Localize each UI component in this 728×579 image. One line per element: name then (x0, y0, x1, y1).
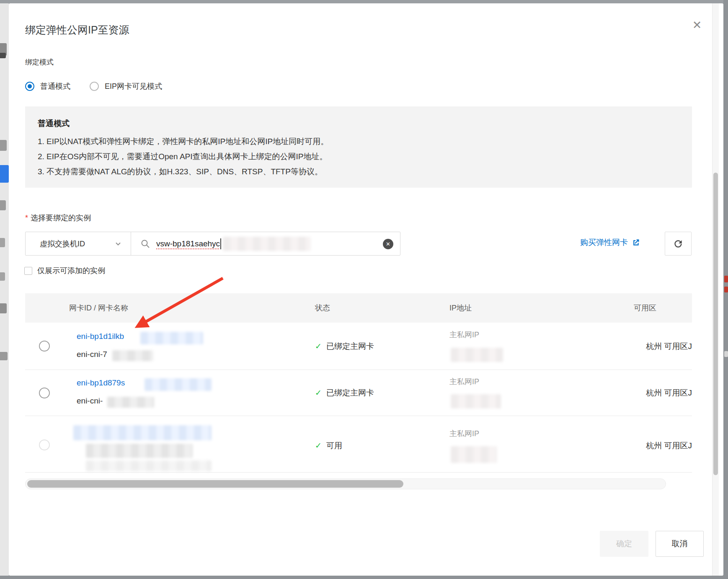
show-addable-filter: 仅展示可添加的实例 (24, 266, 105, 276)
binding-mode-radio-group: 普通模式 EIP网卡可见模式 (25, 81, 176, 91)
radio-eip-visible-mode-label: EIP网卡可见模式 (105, 81, 162, 91)
zone-cell: 杭州 可用区J (646, 388, 692, 398)
search-input-value: vsw-bp181saehyc (156, 239, 220, 248)
ip-type-label: 主私网IP (449, 377, 479, 387)
table-row[interactable]: eni-bp1d879s eni-cni- ✓已绑定主网卡 主私网IP 杭州 可… (25, 370, 692, 416)
mode-description-title: 普通模式 (38, 118, 679, 129)
status-cell: ✓已绑定主网卡 (315, 388, 374, 398)
required-asterisk: * (25, 214, 28, 222)
redacted-eni-id (140, 332, 203, 344)
buy-eni-link-label: 购买弹性网卡 (580, 237, 628, 248)
background-fragment (0, 238, 5, 247)
table-row[interactable]: eni-bp1d1ilkb eni-cni-7 ✓已绑定主网卡 主私网IP 杭州… (25, 323, 692, 370)
redacted-eni-id (73, 425, 212, 440)
column-header-eni-id: 网卡ID / 网卡名称 (69, 303, 128, 313)
radio-eip-visible-mode[interactable] (90, 82, 99, 91)
redacted-eni-name (86, 444, 193, 458)
column-header-ip: IP地址 (449, 303, 472, 313)
redacted-ip-address (451, 348, 503, 362)
background-fragment (0, 165, 9, 183)
status-ok-icon: ✓ (315, 441, 322, 450)
redacted-eni-id (145, 378, 212, 391)
instance-search-combo: 虚拟交换机ID vsw-bp181saehyc ✕ (25, 232, 400, 256)
table-horizontal-scrollbar[interactable] (25, 478, 666, 489)
background-page-left-edge (0, 3, 9, 576)
screen: 绑定弹性公网IP至资源 ✕ 绑定模式 普通模式 EIP网卡可见模式 普通模式 1… (0, 0, 728, 579)
background-fragment (0, 53, 6, 58)
eni-name: eni-cni-7 (77, 350, 107, 359)
table-header: 网卡ID / 网卡名称 状态 IP地址 可用区 (25, 293, 692, 323)
search-icon (140, 239, 150, 249)
background-fragment (724, 287, 728, 292)
table-row[interactable]: ✓可用 主私网IP 杭州 可用区J (25, 416, 692, 473)
background-fragment (724, 351, 728, 357)
status-ok-icon: ✓ (315, 342, 322, 351)
background-fragment (724, 276, 728, 282)
background-page-top-edge (0, 0, 728, 3)
redacted-eni-extra (86, 460, 212, 471)
status-ok-icon: ✓ (315, 388, 322, 397)
eni-id-link[interactable]: eni-bp1d879s (77, 378, 125, 388)
redacted-search-text (223, 237, 311, 251)
redacted-ip-address (451, 446, 497, 463)
search-type-value: 虚拟交换机ID (40, 239, 85, 249)
dialog-vertical-scrollbar[interactable] (712, 3, 719, 576)
select-instance-label-row: *选择要绑定的实例 (25, 213, 91, 223)
vertical-scrollbar-thumb[interactable] (713, 173, 718, 475)
radio-normal-mode-label: 普通模式 (40, 81, 70, 91)
ip-type-label: 主私网IP (449, 429, 479, 439)
redacted-ip-address (451, 394, 501, 408)
mode-description-line: 1. EIP以NAT模式和弹性网卡绑定，弹性网卡的私网IP地址和公网IP地址同时… (38, 134, 679, 149)
show-addable-label: 仅展示可添加的实例 (37, 266, 105, 276)
eni-id-link[interactable]: eni-bp1d1ilkb (77, 332, 124, 341)
horizontal-scrollbar-thumb[interactable] (27, 480, 403, 488)
column-header-zone: 可用区 (634, 303, 656, 313)
zone-cell: 杭州 可用区J (646, 440, 692, 451)
search-type-dropdown[interactable]: 虚拟交换机ID (26, 232, 131, 255)
background-fragment (0, 303, 7, 313)
redacted-eni-name (112, 350, 153, 361)
status-text: 可用 (326, 441, 342, 450)
row-select-radio[interactable] (39, 439, 50, 450)
show-addable-checkbox[interactable] (24, 267, 32, 275)
row-select-radio[interactable] (39, 388, 50, 398)
text-caret (220, 238, 221, 249)
mode-description-box: 普通模式 1. EIP以NAT模式和弹性网卡绑定，弹性网卡的私网IP地址和公网I… (25, 106, 692, 188)
chevron-down-icon (114, 240, 122, 248)
dialog-title: 绑定弹性公网IP至资源 (25, 23, 129, 37)
close-icon[interactable]: ✕ (688, 16, 706, 34)
mode-description-line: 2. EIP在OS内部不可见，需要通过Open API查询出具体网卡上绑定的公网… (38, 149, 679, 164)
search-input[interactable]: vsw-bp181saehyc ✕ (131, 232, 400, 255)
background-fragment (0, 140, 7, 151)
confirm-button[interactable]: 确定 (600, 531, 648, 557)
external-link-icon (632, 238, 640, 247)
background-fragment (0, 352, 8, 360)
row-select-radio[interactable] (39, 341, 50, 352)
buy-eni-link[interactable]: 购买弹性网卡 (580, 237, 640, 248)
background-page-right-edge (723, 0, 728, 579)
status-cell: ✓已绑定主网卡 (315, 341, 374, 352)
eni-name: eni-cni- (77, 396, 103, 406)
binding-mode-label: 绑定模式 (25, 57, 54, 67)
zone-cell: 杭州 可用区J (646, 341, 692, 352)
status-text: 已绑定主网卡 (326, 388, 374, 397)
mode-description-line: 3. 不支持需要做NAT ALG的协议，如H.323、SIP、DNS、RTSP、… (38, 164, 679, 179)
cancel-button[interactable]: 取消 (656, 531, 704, 557)
refresh-icon (673, 238, 684, 249)
background-page-bottom-edge (0, 576, 728, 579)
clear-search-icon[interactable]: ✕ (383, 239, 393, 249)
ip-type-label: 主私网IP (449, 330, 479, 340)
status-text: 已绑定主网卡 (326, 342, 374, 351)
redacted-eni-name (107, 397, 154, 408)
background-fragment (0, 272, 5, 281)
status-cell: ✓可用 (315, 440, 342, 451)
column-header-status: 状态 (315, 303, 330, 313)
refresh-button[interactable] (665, 232, 692, 256)
background-fragment (0, 200, 6, 210)
radio-normal-mode[interactable] (25, 82, 34, 91)
select-instance-label: 选择要绑定的实例 (31, 214, 91, 222)
